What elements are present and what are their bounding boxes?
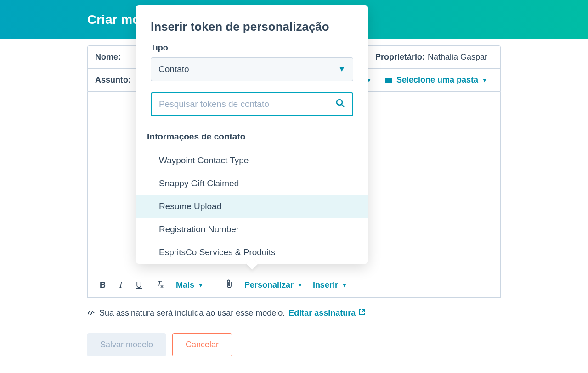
signature-text: Sua assinatura será incluída ao usar ess…	[99, 308, 285, 318]
search-input[interactable]	[159, 99, 336, 109]
more-label: Mais	[176, 280, 194, 290]
page-title: Criar mo	[87, 12, 140, 27]
token-list: Waypoint Contact Type Snappy Gift Claime…	[136, 149, 368, 264]
signature-row: Sua assinatura será incluída ao usar ess…	[87, 308, 501, 318]
external-link-icon	[358, 308, 366, 318]
underline-button[interactable]: U	[134, 279, 144, 291]
token-item[interactable]: Snappy Gift Claimed	[136, 172, 368, 195]
svg-point-0	[337, 100, 342, 105]
attach-icon	[226, 279, 232, 291]
edit-signature-label: Editar assinatura	[288, 308, 356, 318]
button-row: Salvar modelo Cancelar	[87, 333, 501, 356]
caret-down-icon: ▼	[297, 282, 303, 289]
select-folder-label: Selecione uma pasta	[396, 75, 478, 85]
popover-title: Inserir token de personalização	[151, 20, 353, 34]
signature-icon	[87, 308, 96, 318]
more-dropdown[interactable]: Mais ▼	[176, 280, 204, 290]
editor-toolbar: B I U Mais ▼ Personalizar ▼ Inserir ▼	[87, 273, 501, 298]
caret-down-icon: ▼	[482, 77, 487, 84]
search-box[interactable]	[151, 92, 353, 116]
proprietario-cell: Proprietário: Nathalia Gaspar	[368, 46, 500, 68]
edit-signature-link[interactable]: Editar assinatura	[288, 308, 366, 318]
attach-button[interactable]	[224, 278, 234, 292]
search-icon	[336, 99, 345, 110]
token-section: Informações de contato Waypoint Contact …	[136, 129, 368, 264]
personalize-label: Personalizar	[244, 280, 294, 290]
insert-label: Inserir	[313, 280, 338, 290]
select-folder-dropdown[interactable]: Selecione uma pasta ▼	[384, 75, 487, 85]
owner-name: Nathalia Gaspar	[428, 52, 487, 62]
insert-dropdown[interactable]: Inserir ▼	[313, 280, 347, 290]
clear-format-button[interactable]	[154, 279, 166, 291]
bold-button[interactable]: B	[98, 279, 107, 291]
cancel-button[interactable]: Cancelar	[172, 333, 232, 356]
personalization-popover: Inserir token de personalização Tipo Con…	[136, 5, 368, 264]
type-label: Tipo	[151, 43, 353, 53]
personalize-dropdown[interactable]: Personalizar ▼	[244, 280, 303, 290]
token-item[interactable]: Waypoint Contact Type	[136, 149, 368, 172]
caret-down-icon: ▼	[198, 282, 204, 289]
assunto-label: Assunto:	[95, 75, 131, 85]
italic-button[interactable]: I	[118, 279, 124, 291]
type-select-value: Contato	[158, 64, 189, 74]
nome-label: Nome:	[95, 52, 121, 62]
save-button[interactable]: Salvar modelo	[87, 333, 166, 356]
token-section-header: Informações de contato	[136, 129, 368, 149]
proprietario-label: Proprietário:	[375, 52, 425, 62]
toolbar-divider	[214, 279, 214, 291]
token-item[interactable]: Resume Upload	[136, 195, 368, 218]
token-item[interactable]: Registration Number	[136, 218, 368, 241]
type-select[interactable]: Contato ▼	[151, 57, 353, 81]
caret-down-icon: ▼	[338, 65, 345, 73]
folder-icon	[384, 77, 393, 84]
clear-format-icon	[156, 280, 164, 290]
caret-down-icon: ▼	[342, 282, 347, 289]
